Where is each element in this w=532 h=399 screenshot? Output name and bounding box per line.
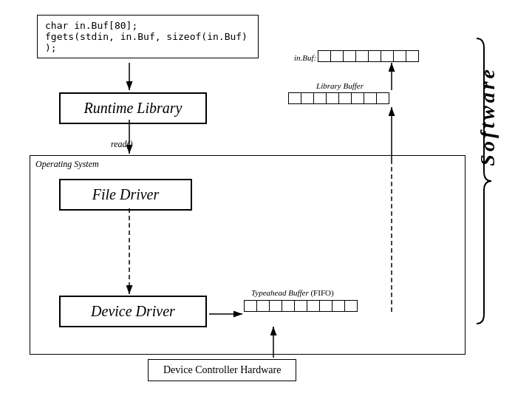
typeahead-cell xyxy=(256,300,270,312)
typeahead-cell xyxy=(332,300,345,312)
inbuf-cell xyxy=(355,50,369,62)
inbuf-cells xyxy=(318,50,418,62)
lib-cell xyxy=(364,92,377,104)
lib-buffer-cells xyxy=(288,92,389,104)
typeahead-cell xyxy=(269,300,282,312)
typeahead-label-text: Typeahead Buffer xyxy=(251,288,309,297)
device-driver-box: Device Driver xyxy=(59,296,207,327)
typeahead-cell xyxy=(282,300,295,312)
runtime-library-box: Runtime Library xyxy=(59,92,207,124)
code-line2: fgets(stdin, in.Buf, sizeof(in.Buf) ); xyxy=(45,31,250,53)
diagram-container: char in.Buf[80]; fgets(stdin, in.Buf, si… xyxy=(15,7,502,392)
code-line1: char in.Buf[80]; xyxy=(45,20,250,31)
file-driver-box: File Driver xyxy=(59,179,192,211)
inbuf-cell xyxy=(343,50,356,62)
inbuf-cell xyxy=(368,50,381,62)
lib-cell xyxy=(288,92,301,104)
inbuf-cell xyxy=(381,50,394,62)
typeahead-fifo: (FIFO) xyxy=(310,288,333,297)
inbuf-cell xyxy=(393,50,406,62)
device-controller-box: Device Controller Hardware xyxy=(148,359,296,381)
inbuf-cell xyxy=(406,50,419,62)
typeahead-cells xyxy=(244,300,357,312)
lib-buffer-label: Library Buffer xyxy=(288,81,392,90)
typeahead-cell xyxy=(319,300,332,312)
lib-cell xyxy=(338,92,352,104)
lib-cell xyxy=(301,92,314,104)
inbuf-cell xyxy=(330,50,344,62)
typeahead-cell xyxy=(344,300,358,312)
typeahead-cell xyxy=(294,300,307,312)
code-block: char in.Buf[80]; fgets(stdin, in.Buf, si… xyxy=(37,15,259,58)
software-label: Software xyxy=(474,66,501,166)
typeahead-cell xyxy=(244,300,257,312)
inbuf-cell xyxy=(318,50,331,62)
read-label: read() xyxy=(111,139,133,150)
typeahead-cell xyxy=(307,300,320,312)
file-driver-label: File Driver xyxy=(92,186,160,202)
runtime-library-label: Runtime Library xyxy=(84,100,183,116)
lib-cell xyxy=(376,92,389,104)
os-label: Operating System xyxy=(35,159,99,170)
lib-cell xyxy=(326,92,339,104)
device-controller-label: Device Controller Hardware xyxy=(163,364,281,375)
lib-cell xyxy=(351,92,364,104)
inbuf-label: in.Buf: xyxy=(294,53,316,62)
device-driver-label: Device Driver xyxy=(91,303,175,319)
lib-cell xyxy=(313,92,327,104)
typeahead-label: Typeahead Buffer (FIFO) xyxy=(251,288,334,297)
